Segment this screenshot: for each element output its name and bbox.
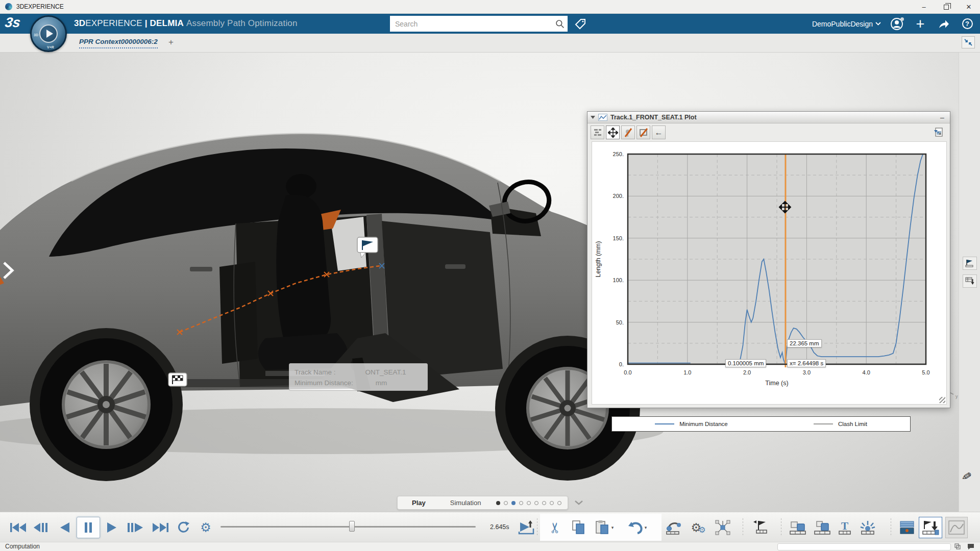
- tab-ppr-context[interactable]: PPR Context00000006:2: [79, 38, 158, 48]
- compass-play-icon: [39, 24, 58, 43]
- simulation-dot-hollow[interactable]: [557, 501, 561, 505]
- 3d-compass[interactable]: 3D V+R: [30, 15, 67, 52]
- plot-toolbar: ←: [591, 126, 666, 140]
- chat-icon[interactable]: [967, 543, 975, 550]
- share-icon[interactable]: [936, 16, 951, 32]
- track-flag-rail-button[interactable]: [963, 257, 977, 270]
- timeline-slider-track[interactable]: [220, 526, 476, 528]
- tooltip-track-name-label: Track Name :: [295, 368, 336, 376]
- dassault-3ds-logo: 3s: [4, 15, 21, 31]
- user-menu[interactable]: DemoPublicDesign: [812, 20, 881, 28]
- jump-to-start-button[interactable]: [8, 517, 29, 538]
- pan-icon[interactable]: [606, 126, 620, 139]
- chevron-down-icon: [875, 22, 881, 26]
- area-select-disabled-icon[interactable]: [636, 126, 650, 139]
- plot-minimize-button[interactable]: –: [938, 113, 947, 121]
- svg-text:2.0: 2.0: [743, 369, 751, 375]
- svg-text:1.0: 1.0: [683, 369, 691, 375]
- pill-chevron-down-icon[interactable]: [572, 497, 585, 508]
- simulation-dot-hollow[interactable]: [534, 501, 538, 505]
- window-title: 3DEXPERIENCE: [16, 3, 64, 10]
- simulation-dot-filled-dark[interactable]: [496, 501, 500, 505]
- loop-button[interactable]: [175, 517, 192, 538]
- legend-minimum-distance: Minimum Distance: [655, 421, 728, 427]
- back-arrow-icon[interactable]: ←: [652, 126, 666, 139]
- swap-products-icon[interactable]: [788, 517, 809, 538]
- export-video-icon[interactable]: [517, 517, 537, 538]
- burst-highlight-icon[interactable]: [857, 517, 878, 538]
- pause-button[interactable]: [77, 517, 100, 538]
- simulation-dot-filled-blue[interactable]: [511, 501, 516, 505]
- layers-icon[interactable]: [953, 543, 962, 550]
- simulation-play-pill[interactable]: Play Simulation: [397, 496, 568, 510]
- process-gears-icon[interactable]: ⚙⚙: [688, 517, 708, 538]
- plot-chart-icon: [598, 114, 607, 121]
- collapse-arrows-icon: [964, 38, 973, 46]
- simulation-dot-hollow[interactable]: [527, 501, 531, 505]
- undo-icon[interactable]: ▾: [624, 517, 650, 538]
- svg-text:0.: 0.: [619, 361, 624, 367]
- resize-grip[interactable]: [939, 397, 945, 403]
- network-icon[interactable]: [713, 517, 733, 538]
- tooltip-track-name-value: ONT_SEAT.1: [365, 368, 406, 376]
- track-export-icon[interactable]: [919, 517, 942, 538]
- minimum-distance-chart[interactable]: 0.01.02.03.04.05.00.50.100.150.200.250.T…: [592, 142, 947, 387]
- simulation-dot-hollow[interactable]: [504, 501, 508, 505]
- table-download-rail-button[interactable]: [963, 274, 977, 288]
- plot-chart-area[interactable]: 0.01.02.03.04.05.00.50.100.150.200.250.T…: [592, 141, 947, 405]
- copy-icon[interactable]: [569, 517, 589, 538]
- marker-disabled-icon[interactable]: [621, 126, 635, 139]
- robot-icon[interactable]: [664, 517, 684, 538]
- play-forward-button[interactable]: [104, 517, 119, 538]
- collapse-viewport-button[interactable]: [962, 36, 975, 48]
- close-button[interactable]: ✕: [958, 0, 980, 14]
- svg-text:3.0: 3.0: [803, 369, 811, 375]
- user-avatar-icon[interactable]: [889, 16, 904, 32]
- timeline-slider-handle[interactable]: [349, 521, 355, 532]
- display-options-icon[interactable]: [591, 126, 604, 139]
- paste-dropdown-caret[interactable]: ▾: [611, 525, 614, 530]
- tag-icon[interactable]: [573, 17, 588, 31]
- new-tab-button[interactable]: +: [168, 37, 174, 47]
- svg-text:150.: 150.: [613, 235, 624, 241]
- brand-divider: |: [145, 18, 148, 28]
- plot-window[interactable]: Track.1_FRONT_SEAT.1 Plot – ←: [587, 111, 950, 408]
- right-tool-rail: [959, 53, 980, 512]
- table-blue-icon[interactable]: [897, 517, 917, 538]
- track-flag-icon[interactable]: [750, 517, 771, 538]
- simulation-dot-hollow[interactable]: [542, 501, 546, 505]
- window-caret-icon[interactable]: [591, 116, 595, 119]
- minimize-button[interactable]: –: [913, 0, 935, 14]
- compass-3d-label: 3D: [34, 33, 38, 37]
- search-box: [390, 16, 568, 32]
- plot-window-titlebar[interactable]: Track.1_FRONT_SEAT.1 Plot –: [587, 112, 950, 123]
- restore-button[interactable]: [935, 0, 958, 14]
- step-forward-button[interactable]: [126, 517, 145, 538]
- jump-to-end-button[interactable]: [150, 517, 170, 538]
- app-brand: 3DEXPERIENCE | DELMIA Assembly Path Opti…: [74, 18, 298, 29]
- comment-input[interactable]: [777, 543, 951, 550]
- undo-dropdown-caret[interactable]: ▾: [645, 525, 647, 530]
- step-backward-button[interactable]: [32, 517, 51, 538]
- svg-text:Length (mm): Length (mm): [595, 241, 602, 278]
- help-icon[interactable]: ?: [960, 16, 975, 32]
- simulation-dot-hollow[interactable]: [550, 501, 554, 505]
- plot-chart-toolbar-icon[interactable]: [945, 517, 968, 538]
- play-label[interactable]: Play: [412, 499, 426, 507]
- svg-text:y: y: [955, 394, 958, 399]
- simulation-step-dots[interactable]: [496, 501, 561, 505]
- simulation-mode-label[interactable]: Simulation: [450, 499, 481, 507]
- play-backward-button[interactable]: [57, 517, 72, 538]
- playback-settings-gear-icon[interactable]: ⚙: [197, 517, 214, 538]
- legend-clash-limit: Clash Limit: [814, 421, 867, 427]
- paste-icon[interactable]: ▾: [592, 517, 617, 538]
- export-image-icon[interactable]: [932, 126, 946, 139]
- start-flag-marker[interactable]: [168, 373, 187, 386]
- simulation-dot-hollow[interactable]: [519, 501, 523, 505]
- cut-icon[interactable]: ✂: [545, 517, 566, 538]
- text-annotation-icon[interactable]: T: [836, 517, 853, 538]
- search-input[interactable]: [390, 20, 552, 28]
- add-content-button[interactable]: +: [913, 16, 928, 32]
- search-icon[interactable]: [552, 16, 568, 32]
- swap-products-alt-icon[interactable]: [812, 517, 834, 538]
